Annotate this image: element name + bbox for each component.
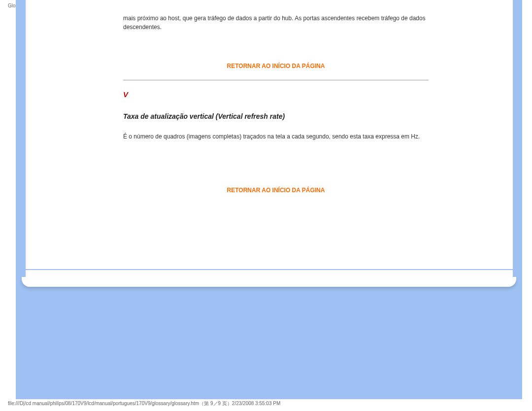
intro-paragraph: mais próximo ao host, que gera tráfego d… — [123, 14, 429, 32]
back-to-top-link[interactable]: RETORNAR AO INÍCIO DA PÁGINA — [227, 187, 325, 194]
content-card-rounded-bottom — [22, 277, 516, 287]
term-description: É o número de quadros (imagens completas… — [123, 132, 429, 141]
back-to-top-wrap-2: RETORNAR AO INÍCIO DA PÁGINA — [123, 185, 429, 194]
card-left-shadow — [26, 0, 29, 276]
section-letter-v: V — [123, 90, 429, 99]
term-title: Taxa de atualização vertical (Vertical r… — [123, 112, 429, 120]
content-area: mais próximo ao host, que gera tráfego d… — [123, 0, 429, 204]
back-to-top-wrap-1: RETORNAR AO INÍCIO DA PÁGINA — [123, 61, 429, 70]
footer-file-path: file:///D|/cd manual/philips/08/170V9/lc… — [8, 400, 280, 407]
section-divider — [123, 80, 429, 80]
back-to-top-link[interactable]: RETORNAR AO INÍCIO DA PÁGINA — [227, 63, 325, 69]
